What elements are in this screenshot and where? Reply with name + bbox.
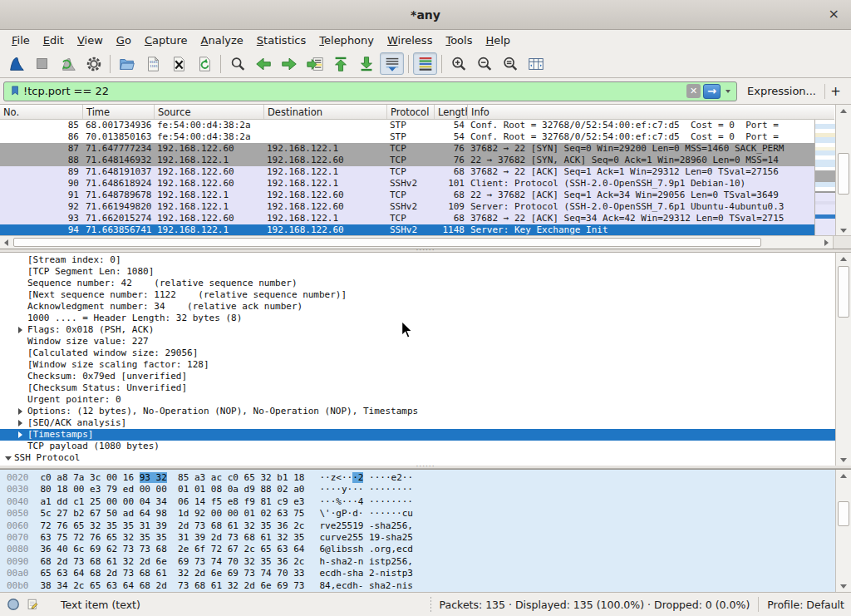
bookmark-icon[interactable] [7, 85, 23, 97]
detail-line[interactable]: [Calculated window size: 29056] [0, 347, 851, 359]
filter-text[interactable]: !tcp.port == 22 [23, 85, 686, 97]
column-header-info[interactable]: Info [468, 105, 834, 119]
zoom-reset-button[interactable] [498, 52, 522, 75]
hex-row[interactable]: 006072 76 65 32 35 35 31 39 2d 73 68 61 … [0, 520, 851, 532]
go-last-button[interactable] [354, 52, 378, 75]
hex-ascii[interactable]: \'·gP·d· ······cu [319, 508, 413, 519]
scrollbar-thumb[interactable] [838, 501, 849, 526]
capture-stop-button[interactable] [30, 52, 54, 75]
filter-dropdown-icon[interactable] [726, 90, 730, 93]
packet-row[interactable]: 8971.648191037192.168.122.60192.168.122.… [0, 166, 851, 178]
detail-line[interactable]: [Checksum Status: Unverified] [0, 382, 851, 394]
packet-row[interactable]: 9271.661949820192.168.122.1192.168.122.6… [0, 201, 851, 213]
menu-file[interactable]: File [5, 32, 37, 48]
expert-info-icon[interactable] [7, 598, 20, 611]
packet-row[interactable]: 8568.001734936fe:54:00:d4:38:2aSTP54Conf… [0, 120, 851, 131]
hex-bytes[interactable]: 68 2d 73 68 61 32 2d 6e 69 73 74 70 32 3… [41, 556, 305, 567]
packet-row[interactable]: 9171.648789678192.168.122.1192.168.122.6… [0, 190, 851, 201]
expander-collapsed-icon[interactable] [18, 420, 27, 426]
scrollbar-thumb[interactable] [838, 266, 849, 318]
detail-line[interactable]: [Next sequence number: 1122 (relative se… [0, 289, 851, 301]
find-packet-button[interactable] [225, 52, 249, 75]
detail-line[interactable]: Checksum: 0x79ed [unverified] [0, 371, 851, 382]
hex-ascii[interactable]: ecdh-sha 2-nistp3 [319, 568, 413, 579]
scroll-left-icon[interactable] [0, 236, 12, 249]
detail-line[interactable]: [Window size scaling factor: 128] [0, 359, 851, 371]
detail-line[interactable]: [Stream index: 0] [0, 254, 851, 266]
menu-wireless[interactable]: Wireless [381, 32, 439, 48]
detail-line[interactable]: [Timestamps] [0, 429, 851, 441]
hex-bytes[interactable]: 36 40 6c 69 62 73 73 68 2e 6f 72 67 2c 6… [41, 544, 305, 554]
packet-row[interactable]: 9371.662015274192.168.122.60192.168.122.… [0, 213, 851, 224]
auto-scroll-button[interactable] [380, 52, 404, 75]
file-open-button[interactable] [115, 52, 139, 75]
hex-row[interactable]: 0040a1 dd c1 25 00 00 04 34 06 14 f5 e8 … [0, 496, 851, 508]
expander-expanded-icon[interactable] [5, 456, 14, 461]
hex-bytes[interactable]: 80 18 00 e3 79 ed 00 00 01 01 08 0a d9 8… [41, 484, 305, 495]
column-header-length[interactable]: Length [435, 105, 468, 119]
expression-button[interactable]: Expression... [737, 85, 824, 97]
hex-row[interactable]: 007063 75 72 76 65 32 35 35 31 39 2d 73 … [0, 532, 851, 544]
packet-list-minimap[interactable] [814, 120, 835, 236]
menu-tools[interactable]: Tools [439, 32, 479, 48]
packet-row[interactable]: 9071.648618924192.168.122.60192.168.122.… [0, 178, 851, 190]
go-first-button[interactable] [328, 52, 352, 75]
detail-line[interactable]: 1000 .... = Header Length: 32 bytes (8) [0, 313, 851, 324]
detail-line[interactable]: TCP payload (1080 bytes) [0, 441, 851, 452]
scrollbar-thumb[interactable] [838, 153, 849, 195]
colorize-button[interactable] [413, 52, 437, 75]
hex-ascii[interactable]: ··z<···2 ····e2·· [319, 472, 413, 483]
go-back-button[interactable] [251, 52, 275, 75]
hex-row[interactable]: 0020c0 a8 7a 3c 00 16 93 32 85 a3 ac c0 … [0, 472, 851, 484]
titlebar[interactable]: *any × [0, 0, 851, 30]
menu-go[interactable]: Go [110, 32, 138, 48]
hex-ascii[interactable]: ····y··· ········ [319, 484, 413, 495]
scrollbar-thumb[interactable] [13, 238, 761, 247]
detail-line[interactable]: Window size value: 227 [0, 336, 851, 347]
scroll-down-icon[interactable] [836, 580, 851, 592]
hex-bytes[interactable]: 63 75 72 76 65 32 35 35 31 39 2d 73 68 6… [41, 532, 305, 543]
column-header-destination[interactable]: Destination [264, 105, 387, 119]
hex-ascii[interactable]: 84,ecdh- sha2-nis [319, 580, 413, 591]
detail-line[interactable]: [TCP Segment Len: 1080] [0, 266, 851, 278]
packet-row[interactable]: 8771.647777234192.168.122.60192.168.122.… [0, 143, 851, 155]
menu-edit[interactable]: Edit [37, 32, 71, 48]
display-filter-input[interactable]: !tcp.port == 22 ✕ → [3, 81, 737, 101]
hex-bytes[interactable]: 65 63 64 68 2d 73 68 61 32 2d 6e 69 73 7… [41, 568, 305, 579]
hex-bytes[interactable]: c0 a8 7a 3c 00 16 93 32 85 a3 ac c0 65 3… [41, 472, 305, 483]
close-icon[interactable]: × [829, 7, 839, 22]
menu-telephony[interactable]: Telephony [312, 32, 381, 48]
status-profile[interactable]: Profile: Default [767, 599, 844, 611]
hex-ascii[interactable]: curve255 19-sha25 [319, 532, 413, 543]
hex-row[interactable]: 00a065 63 64 68 2d 73 68 61 32 2d 6e 69 … [0, 568, 851, 579]
scroll-up-icon[interactable] [836, 105, 851, 116]
go-forward-button[interactable] [277, 52, 301, 75]
hex-ascii[interactable]: 6@libssh .org,ecd [319, 544, 413, 554]
scroll-up-icon[interactable] [836, 253, 851, 264]
scroll-down-icon[interactable] [836, 454, 851, 466]
packet-row[interactable]: 8670.013850163fe:54:00:d4:38:2aSTP54Conf… [0, 131, 851, 143]
capture-start-button[interactable] [4, 52, 28, 75]
hex-bytes[interactable]: 38 34 2c 65 63 64 68 2d 73 68 61 32 2d 6… [41, 580, 305, 591]
scroll-right-icon[interactable] [820, 236, 833, 249]
column-header-time[interactable]: Time [83, 105, 155, 119]
detail-line[interactable]: Sequence number: 42 (relative sequence n… [0, 278, 851, 289]
menu-analyze[interactable]: Analyze [194, 32, 250, 48]
resize-columns-button[interactable] [524, 52, 548, 75]
menu-view[interactable]: View [71, 32, 110, 48]
menu-help[interactable]: Help [479, 32, 517, 48]
scroll-up-icon[interactable] [836, 470, 851, 481]
detail-line[interactable]: [SEQ/ACK analysis] [0, 417, 851, 429]
capture-restart-button[interactable] [56, 52, 80, 75]
hex-row[interactable]: 003080 18 00 e3 79 ed 00 00 01 01 08 0a … [0, 484, 851, 495]
hex-row[interactable]: 008036 40 6c 69 62 73 73 68 2e 6f 72 67 … [0, 544, 851, 555]
hex-bytes[interactable]: 5c 27 b2 67 50 ad 64 98 1d 92 00 00 01 0… [41, 508, 305, 519]
packet-row[interactable]: 8871.648146932192.168.122.1192.168.122.6… [0, 155, 851, 166]
detail-line[interactable]: Urgent pointer: 0 [0, 394, 851, 406]
hex-ascii[interactable]: ···%···4 ········ [319, 496, 413, 507]
expander-collapsed-icon[interactable] [18, 431, 27, 438]
file-save-button[interactable]: 01011101 [140, 52, 165, 75]
filter-apply-icon[interactable]: → [703, 84, 721, 99]
capture-comment-icon[interactable] [27, 599, 39, 611]
packet-list-vscrollbar[interactable] [835, 105, 851, 236]
